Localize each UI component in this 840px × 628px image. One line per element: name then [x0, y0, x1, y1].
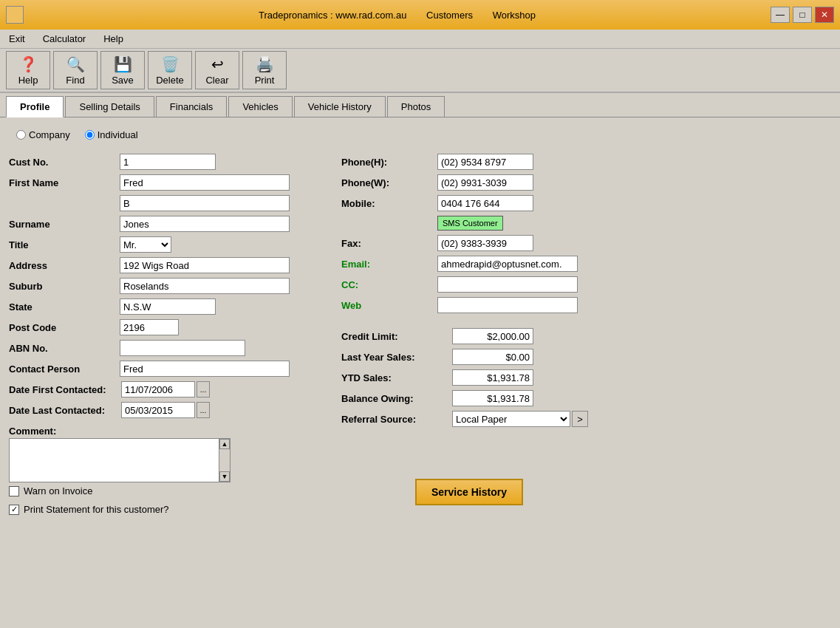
company-radio[interactable] [16, 130, 26, 140]
email-label: Email: [341, 259, 437, 270]
title-row: Title Mr. Mrs. Ms. Dr. [9, 236, 327, 253]
tab-selling-details[interactable]: Selling Details [65, 96, 154, 117]
company-radio-option[interactable]: Company [16, 129, 70, 140]
clear-label: Clear [205, 75, 228, 86]
tab-vehicles[interactable]: Vehicles [228, 96, 292, 117]
abn-input[interactable] [120, 340, 245, 356]
phone-w-input[interactable] [437, 174, 533, 191]
contact-label: Contact Person [9, 364, 120, 375]
print-statement-checkbox[interactable]: ✓ [9, 505, 19, 515]
referral-arrow-button[interactable]: > [572, 411, 588, 427]
window-controls: ― □ ✕ [771, 7, 834, 23]
delete-button[interactable]: 🗑️ Delete [148, 51, 192, 89]
save-icon: 💾 [114, 55, 132, 73]
credit-limit-input[interactable] [452, 328, 533, 344]
address-label: Address [9, 260, 120, 271]
scroll-down-arrow[interactable]: ▼ [219, 471, 230, 482]
save-button[interactable]: 💾 Save [100, 51, 145, 89]
first-name-input[interactable] [120, 174, 290, 191]
contact-row: Contact Person [9, 361, 327, 377]
warn-row: Warn on Invoice [9, 485, 327, 496]
email-input[interactable] [437, 256, 578, 272]
referral-select[interactable]: Local Paper Internet Word of Mouth Yello… [452, 411, 570, 427]
phone-w-label: Phone(W): [341, 177, 437, 188]
company-label: Company [29, 129, 70, 140]
nav-customers[interactable]: Customers [426, 10, 473, 21]
menu-calculator[interactable]: Calculator [40, 32, 89, 46]
date-first-picker[interactable]: ... [197, 381, 210, 397]
last-year-sales-input[interactable] [452, 349, 533, 365]
clear-button[interactable]: ↩ Clear [195, 51, 239, 89]
individual-radio-option[interactable]: Individual [85, 129, 138, 140]
print-label: Print [255, 75, 275, 86]
tab-vehicle-history[interactable]: Vehicle History [294, 96, 386, 117]
surname-row: Surname [9, 216, 327, 232]
cust-no-input[interactable] [120, 154, 216, 170]
close-button[interactable]: ✕ [815, 7, 834, 23]
date-last-picker[interactable]: ... [197, 402, 210, 418]
delete-label: Delete [156, 75, 184, 86]
find-icon: 🔍 [66, 55, 85, 73]
abn-label: ABN No. [9, 343, 120, 354]
post-code-input[interactable] [120, 319, 179, 335]
tab-profile[interactable]: Profile [6, 96, 64, 117]
main-content: Company Individual Cust No. First Name S… [0, 117, 840, 624]
date-last-input[interactable] [121, 402, 195, 418]
comment-textarea[interactable] [10, 439, 219, 482]
ytd-sales-input[interactable] [452, 369, 533, 386]
print-statement-label: Print Statement for this customer? [24, 504, 169, 515]
cc-label: CC: [341, 279, 437, 290]
date-first-label: Date First Contacted: [9, 384, 120, 395]
warn-checkbox[interactable] [9, 486, 19, 496]
cust-no-label: Cust No. [9, 157, 120, 168]
app-logo [6, 6, 24, 24]
middle-initial-input[interactable] [120, 195, 290, 211]
mobile-input[interactable] [437, 195, 533, 211]
web-row: Web [341, 297, 831, 313]
referral-label: Referral Source: [341, 414, 452, 425]
print-button[interactable]: 🖨️ Print [242, 51, 287, 89]
menu-exit[interactable]: Exit [6, 32, 28, 46]
tab-photos[interactable]: Photos [387, 96, 445, 117]
title-text: Tradepronamics : www.rad.com.au [259, 10, 406, 21]
date-first-input[interactable] [121, 381, 195, 397]
state-row: State [9, 298, 327, 315]
cc-input[interactable] [437, 276, 578, 293]
scroll-up-arrow[interactable]: ▲ [219, 439, 230, 449]
phone-h-row: Phone(H): [341, 154, 831, 170]
menu-help[interactable]: Help [100, 32, 126, 46]
phone-h-input[interactable] [437, 154, 533, 170]
cust-no-row: Cust No. [9, 154, 327, 170]
fax-input[interactable] [437, 235, 533, 251]
middle-initial-row [9, 195, 327, 211]
cc-row: CC: [341, 276, 831, 293]
sms-customer-button[interactable]: SMS Customer [437, 216, 503, 231]
state-input[interactable] [120, 298, 216, 315]
comment-scrollbar: ▲ ▼ [219, 439, 230, 482]
service-history-button[interactable]: Service History [415, 479, 523, 505]
comment-area: ▲ ▼ [9, 438, 231, 482]
individual-radio[interactable] [85, 130, 95, 140]
balance-owing-input[interactable] [452, 390, 533, 406]
maximize-button[interactable]: □ [793, 7, 812, 23]
help-icon: ❓ [19, 55, 38, 73]
title-select[interactable]: Mr. Mrs. Ms. Dr. [120, 236, 171, 253]
comment-section: Comment: ▲ ▼ Warn on Invoice [9, 426, 327, 496]
minimize-button[interactable]: ― [771, 7, 790, 23]
help-button[interactable]: ❓ Help [6, 51, 50, 89]
print-statement-row: ✓ Print Statement for this customer? [9, 504, 327, 515]
web-input[interactable] [437, 297, 578, 313]
phone-w-row: Phone(W): [341, 174, 831, 191]
fax-label: Fax: [341, 238, 437, 249]
date-last-label: Date Last Contacted: [9, 405, 120, 416]
credit-limit-label: Credit Limit: [341, 331, 452, 342]
address-input[interactable] [120, 257, 290, 273]
find-button[interactable]: 🔍 Find [53, 51, 98, 89]
contact-input[interactable] [120, 361, 290, 377]
form-left: Cust No. First Name Surname Title Mr. Mr… [9, 154, 327, 515]
tab-financials[interactable]: Financials [156, 96, 228, 117]
suburb-input[interactable] [120, 278, 290, 294]
surname-input[interactable] [120, 216, 290, 232]
referral-row: Referral Source: Local Paper Internet Wo… [341, 411, 831, 427]
nav-workshop[interactable]: Workshop [493, 10, 536, 21]
